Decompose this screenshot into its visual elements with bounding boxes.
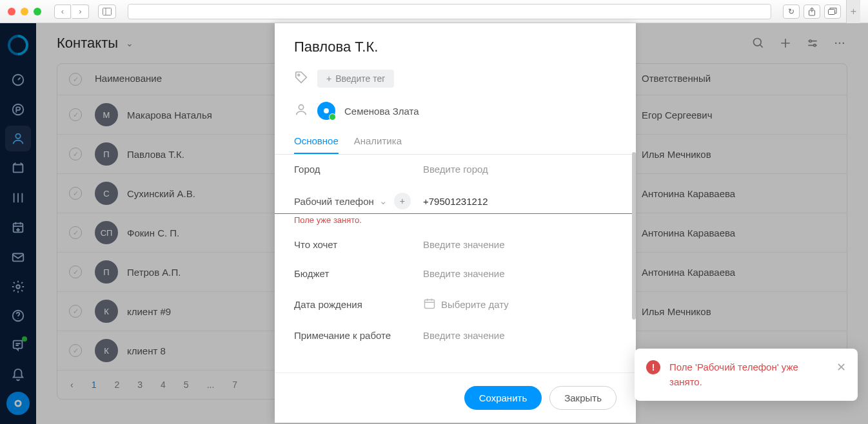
error-toast: ! Поле 'Рабочий телефон' уже занято. ✕ <box>635 349 858 401</box>
wants-input[interactable] <box>423 239 616 250</box>
browser-titlebar: ‹ › ↻ + <box>0 0 868 23</box>
modal-tabs: Основное Аналитика <box>275 130 636 155</box>
note-label: Примечание к работе <box>294 330 423 341</box>
close-button[interactable]: Закрыть <box>549 386 616 410</box>
contact-modal: Павлова Т.К. +Введите тег Семенова Злата… <box>275 23 636 423</box>
field-phone: Рабочий телефон ⌄ + <box>275 184 636 214</box>
budget-label: Бюджет <box>294 268 423 279</box>
toast-close[interactable]: ✕ <box>836 360 846 389</box>
new-tab-button[interactable]: + <box>846 0 860 23</box>
reload-button[interactable]: ↻ <box>783 5 800 19</box>
forward-button[interactable]: › <box>72 5 89 19</box>
svg-point-22 <box>324 108 329 113</box>
maximize-window[interactable] <box>34 8 41 15</box>
phone-type-dropdown[interactable]: ⌄ <box>379 195 388 207</box>
field-dob: Дата рождения <box>275 288 636 321</box>
sidebar-toggle[interactable] <box>98 5 116 19</box>
window-controls <box>8 8 41 15</box>
phone-error: Поле уже занято. <box>275 215 636 230</box>
wants-label: Что хочет <box>294 239 423 250</box>
svg-rect-23 <box>425 300 435 308</box>
toast-message: Поле 'Рабочий телефон' уже занято. <box>669 360 827 389</box>
svg-rect-0 <box>103 8 112 15</box>
dob-label: Дата рождения <box>294 299 423 310</box>
owner-name[interactable]: Семенова Злата <box>344 106 419 117</box>
error-icon: ! <box>646 360 660 374</box>
city-label: Город <box>294 164 423 175</box>
field-budget: Бюджет <box>275 259 636 288</box>
svg-point-20 <box>298 74 300 76</box>
modal-scrollbar[interactable] <box>632 152 636 320</box>
url-bar[interactable] <box>128 4 771 19</box>
tab-analytics[interactable]: Аналитика <box>354 130 402 154</box>
budget-input[interactable] <box>423 268 616 279</box>
nav-back-forward: ‹ › <box>54 5 89 19</box>
dob-input[interactable] <box>441 299 616 310</box>
modal-footer: Сохранить Закрыть <box>275 372 636 423</box>
svg-point-21 <box>299 105 303 110</box>
minimize-window[interactable] <box>21 8 28 15</box>
save-button[interactable]: Сохранить <box>464 386 542 410</box>
note-input[interactable] <box>423 330 616 341</box>
field-wants: Что хочет <box>275 230 636 259</box>
plus-icon: + <box>326 73 331 84</box>
fields-container: Город Рабочий телефон ⌄ + Поле уже занят… <box>275 155 636 372</box>
add-phone-button[interactable]: + <box>394 193 411 209</box>
city-input[interactable] <box>423 164 616 175</box>
close-window[interactable] <box>8 8 15 15</box>
modal-title: Павлова Т.К. <box>275 23 636 67</box>
person-icon <box>294 102 308 119</box>
phone-label: Рабочий телефон <box>294 196 374 207</box>
share-button[interactable] <box>804 5 820 19</box>
calendar-icon[interactable] <box>423 297 436 312</box>
tag-icon <box>294 70 308 87</box>
field-city: Город <box>275 155 636 184</box>
add-tag-button[interactable]: +Введите тег <box>317 70 394 88</box>
owner-row: Семенова Злата <box>275 98 636 130</box>
tab-main[interactable]: Основное <box>294 130 339 154</box>
field-note: Примечание к работе <box>275 321 636 350</box>
tags-row: +Введите тег <box>275 67 636 98</box>
phone-input[interactable] <box>423 196 616 207</box>
tabs-button[interactable] <box>824 5 841 19</box>
svg-rect-3 <box>829 9 835 14</box>
back-button[interactable]: ‹ <box>54 5 71 19</box>
owner-avatar[interactable] <box>317 102 335 120</box>
